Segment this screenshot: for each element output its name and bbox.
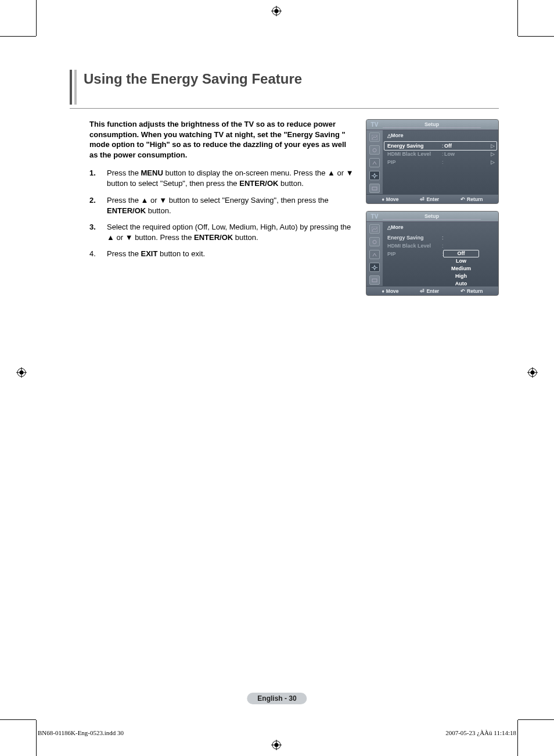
input-icon (369, 275, 380, 285)
step-body: Press the ▲ or ▼ button to select "Energ… (107, 195, 355, 216)
osd-footer-enter: ⏎Enter (420, 288, 439, 294)
osd-option: Low (443, 257, 479, 265)
svg-point-18 (373, 174, 376, 177)
osd-title: Setup (383, 121, 481, 128)
step-number: 3. (89, 222, 107, 243)
osd-sidebar-icons (366, 130, 383, 194)
registration-mark-icon (271, 6, 282, 16)
osd-menu-row: HDMI Black Level:Low▷ (387, 150, 495, 158)
title-accent-bars (70, 70, 77, 105)
crop-mark (0, 719, 36, 720)
input-icon (369, 184, 380, 193)
step-number: 2. (89, 195, 107, 216)
osd-screenshot-1: TV Setup △More Energy Saving:Off▷HDMI Bl… (366, 119, 499, 204)
osd-more-label: △More (387, 224, 495, 230)
svg-rect-31 (372, 279, 377, 282)
osd-footer-move: ♦Move (382, 288, 398, 294)
crop-mark (518, 719, 554, 720)
svg-point-25 (373, 240, 376, 243)
osd-menu-row: Energy Saving: (387, 234, 495, 242)
osd-title: Setup (383, 213, 481, 220)
instruction-step: 4.Press the EXIT button to exit. (89, 249, 355, 259)
osd-menu-row: PIP:▷ (387, 158, 495, 166)
osd-screenshot-2: TV Setup △More Energy Saving:HDMI Black … (366, 211, 499, 296)
crop-mark (518, 36, 554, 37)
step-body: Press the MENU button to display the on-… (107, 168, 355, 189)
chevron-right-icon: ▷ (489, 143, 495, 149)
instruction-step: 2.Press the ▲ or ▼ button to select "Ene… (89, 195, 355, 216)
chevron-right-icon: ▷ (489, 159, 495, 165)
chevron-right-icon: ▷ (489, 151, 495, 157)
osd-row-value: Off (444, 143, 489, 149)
osd-row-label: HDMI Black Level (387, 151, 442, 157)
osd-options-dropdown: OffLowMediumHighAuto (443, 250, 479, 288)
instruction-step: 3.Select the required option (Off, Low, … (89, 222, 355, 243)
crop-mark (517, 720, 518, 756)
osd-row-value: Low (444, 151, 489, 157)
sound-icon (369, 237, 380, 246)
osd-more-label: △More (387, 132, 495, 138)
picture-icon (369, 132, 380, 142)
title-underline (70, 108, 499, 109)
channel-icon (369, 250, 380, 259)
crop-mark (36, 720, 37, 756)
setup-icon (369, 171, 380, 180)
footer-filename: BN68-01186K-Eng-0523.indd 30 (38, 729, 124, 736)
osd-sidebar-icons (366, 222, 383, 286)
page-title: Using the Energy Saving Feature (84, 70, 302, 87)
crop-mark (0, 36, 36, 37)
osd-footer-move: ♦Move (382, 196, 398, 202)
intro-text: This function adjusts the brightness of … (89, 119, 355, 160)
osd-tv-label: TV (366, 121, 383, 128)
osd-tv-label: TV (366, 213, 383, 220)
osd-option: Auto (443, 280, 479, 288)
osd-row-label: PIP (387, 159, 442, 165)
instruction-step: 1.Press the MENU button to display the o… (89, 168, 355, 189)
sound-icon (369, 145, 380, 155)
svg-rect-23 (372, 187, 377, 190)
osd-row-label: Energy Saving (387, 143, 442, 149)
osd-row-label: Energy Saving (387, 235, 442, 241)
step-body: Press the EXIT button to exit. (107, 249, 355, 259)
picture-icon (369, 224, 380, 234)
osd-menu-row: HDMI Black Level: (387, 242, 495, 250)
osd-footer-return: ↶Return (461, 288, 483, 294)
crop-mark (517, 0, 518, 36)
osd-option: High (443, 273, 479, 280)
osd-footer-enter: ⏎Enter (420, 196, 439, 202)
osd-menu-row: Energy Saving:Off▷ (387, 142, 495, 150)
registration-mark-icon (527, 367, 538, 378)
step-number: 1. (89, 168, 107, 189)
osd-option: Medium (443, 265, 479, 273)
registration-mark-icon (271, 740, 282, 750)
osd-row-label: HDMI Black Level (387, 243, 442, 249)
step-number: 4. (89, 249, 107, 259)
osd-footer: ♦Move ⏎Enter ↶Return (366, 194, 498, 203)
step-body: Select the required option (Off, Low, Me… (107, 222, 355, 243)
registration-mark-icon (16, 367, 27, 378)
setup-icon (369, 263, 380, 272)
osd-footer-return: ↶Return (461, 196, 483, 202)
page-number-badge: English - 30 (247, 693, 307, 704)
footer-timestamp: 2007-05-23 ¿ÀÀü 11:14:18 (445, 729, 516, 736)
svg-point-26 (373, 266, 376, 268)
crop-mark (36, 0, 37, 36)
osd-row-label: PIP (387, 251, 442, 257)
svg-point-17 (373, 148, 376, 152)
channel-icon (369, 158, 380, 167)
osd-option: Off (443, 250, 479, 257)
